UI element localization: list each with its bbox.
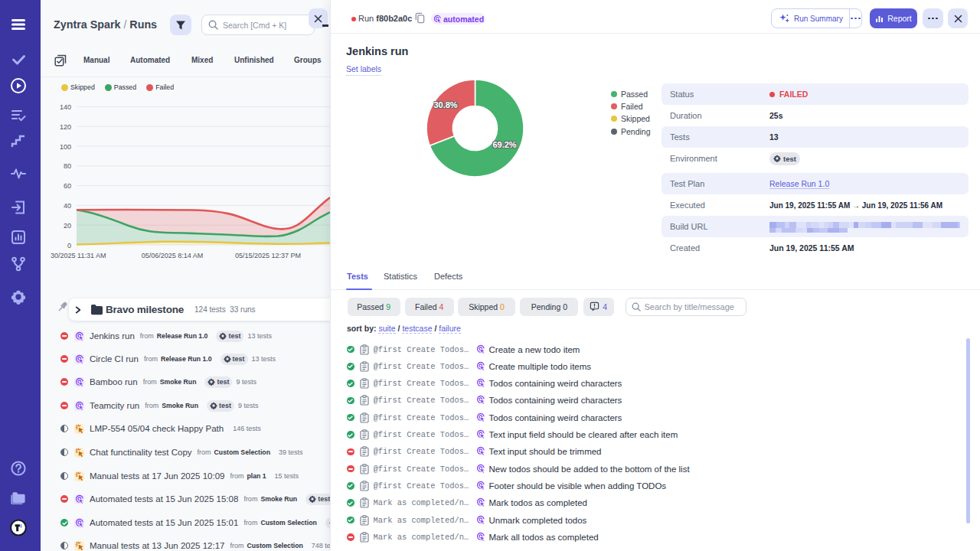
svg-text:120: 120 xyxy=(60,123,71,131)
svg-text:05/15/2025 12:37 PM: 05/15/2025 12:37 PM xyxy=(235,252,301,259)
svg-text:100: 100 xyxy=(60,143,71,151)
svg-text:60: 60 xyxy=(64,182,71,190)
svg-text:40: 40 xyxy=(64,202,71,210)
svg-text:80: 80 xyxy=(64,162,71,170)
svg-text:20: 20 xyxy=(64,222,71,230)
svg-text:04/30/2025 11:31 AM: 04/30/2025 11:31 AM xyxy=(41,252,106,259)
svg-text:140: 140 xyxy=(60,103,71,111)
svg-text:0: 0 xyxy=(67,242,71,249)
svg-text:05/06/2025 8:14 AM: 05/06/2025 8:14 AM xyxy=(142,252,204,259)
